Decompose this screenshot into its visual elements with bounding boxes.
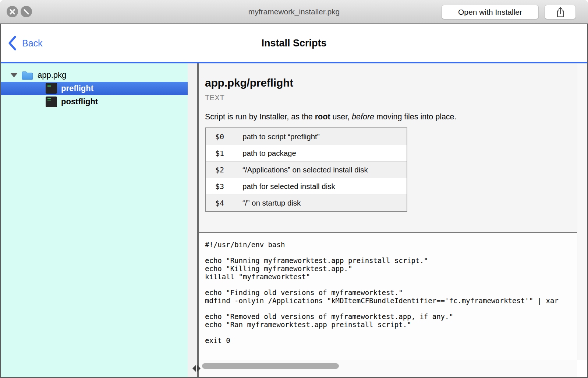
folder-icon xyxy=(21,70,33,80)
code-line: echo "Ran myframeworktest.app preinstall… xyxy=(205,321,587,329)
vertical-scrollbar-track[interactable] xyxy=(577,63,587,360)
split-resize-handle-icon[interactable] xyxy=(192,365,202,372)
sidebar-item-postflight[interactable]: postflight xyxy=(1,95,188,108)
horizontal-scrollbar[interactable] xyxy=(199,360,587,377)
code-line: killall "myframeworktest" xyxy=(205,273,587,281)
script-info-section: app.pkg/preflight TEXT Script is run by … xyxy=(199,63,587,232)
tree-item-label: preflight xyxy=(61,84,93,93)
quicklook-window: myframework_installer.pkg Open with Inst… xyxy=(0,0,588,378)
arg-var: $4 xyxy=(206,199,242,207)
code-line xyxy=(205,305,587,312)
arg-var: $0 xyxy=(206,132,242,141)
horizontal-scrollbar-thumb[interactable] xyxy=(202,363,339,369)
terminal-script-icon xyxy=(46,97,57,107)
arg-desc: path to package xyxy=(242,149,296,158)
arg-desc: “/” on startup disk xyxy=(242,199,301,207)
tree-item-label: app.pkg xyxy=(38,70,66,80)
package-tree-sidebar: app.pkg preflight postflight xyxy=(1,63,188,377)
terminal-script-icon xyxy=(46,83,57,94)
code-line: echo "Finding old versions of myframewor… xyxy=(205,288,587,297)
scrollbar-corner xyxy=(577,360,587,377)
arg-var: $1 xyxy=(206,149,242,158)
disclosure-triangle-icon[interactable] xyxy=(10,73,18,77)
table-row: $0 path to script “preflight” xyxy=(206,128,407,145)
table-row: $2 “/Applications” on selected install d… xyxy=(206,161,407,178)
sidebar-item-app-pkg[interactable]: app.pkg xyxy=(1,69,188,82)
tree-item-label: postflight xyxy=(61,97,98,106)
code-line: echo "Running myframeworktest.app preins… xyxy=(205,256,587,265)
table-row: $4 “/” on startup disk xyxy=(206,195,407,211)
code-line: echo "Removed old versions of myframewor… xyxy=(205,312,587,321)
script-args-table: $0 path to script “preflight” $1 path to… xyxy=(205,127,407,212)
code-line xyxy=(205,281,587,288)
code-line: mdfind -onlyin /Applications "kMDItemCFB… xyxy=(205,297,587,305)
detail-title: app.pkg/preflight xyxy=(205,77,576,89)
arg-desc: path to script “preflight” xyxy=(242,132,320,141)
toolbar-header: Back Install Scripts xyxy=(1,24,587,62)
table-row: $1 path to package xyxy=(206,145,407,161)
share-button[interactable] xyxy=(545,5,576,19)
script-description: Script is run by Installer, as the root … xyxy=(205,112,576,122)
script-source-view: #!/usr/bin/env bash echo "Running myfram… xyxy=(199,233,587,360)
detail-pane: app.pkg/preflight TEXT Script is run by … xyxy=(199,63,587,377)
arg-var: $2 xyxy=(206,165,242,174)
arg-desc: path for selected install disk xyxy=(242,182,335,191)
arg-var: $3 xyxy=(206,182,242,191)
share-icon xyxy=(555,6,566,18)
table-row: $3 path for selected install disk xyxy=(206,178,407,195)
open-with-installer-button[interactable]: Open with Installer xyxy=(442,5,539,19)
window-content: Back Install Scripts xyxy=(0,24,588,378)
code-line xyxy=(205,329,587,336)
arg-desc: “/Applications” on selected install disk xyxy=(242,165,368,174)
code-line: exit 0 xyxy=(205,336,587,344)
code-line: echo "Killing myframeworktest.app." xyxy=(205,265,587,273)
split-view: app.pkg preflight postflight app.pkg/pre… xyxy=(1,63,587,377)
sidebar-scrollbar-gutter xyxy=(188,63,197,377)
sidebar-item-preflight[interactable]: preflight xyxy=(1,82,188,95)
detail-kind-badge: TEXT xyxy=(205,94,576,102)
page-title: Install Scripts xyxy=(1,24,587,62)
code-line xyxy=(205,249,587,256)
code-line: #!/usr/bin/env bash xyxy=(205,241,587,249)
titlebar: myframework_installer.pkg Open with Inst… xyxy=(0,0,588,24)
